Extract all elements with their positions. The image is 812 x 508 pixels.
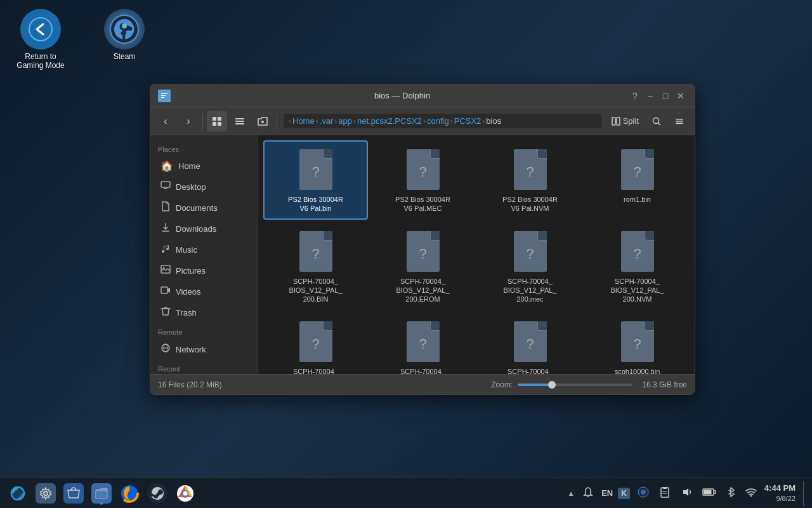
breadcrumb-var[interactable]: .var — [320, 116, 334, 126]
breadcrumb-net-pcsx2[interactable]: net.pcsx2.PCSX2 — [357, 116, 422, 126]
help-button[interactable]: ? — [629, 90, 641, 102]
file-item[interactable]: ? SCPH-70004_ BIOS_V12_PAL_ 200.NVM — [585, 222, 690, 311]
sidebar-item-network[interactable]: Network — [153, 339, 255, 359]
file-item[interactable]: ? rom1.bin — [585, 140, 690, 220]
sidebar-item-desktop[interactable]: Desktop — [153, 177, 255, 197]
sidebar-item-home[interactable]: 🏠 Home — [153, 156, 255, 176]
return-to-gaming-mode-icon[interactable]: Return to Gaming Mode — [15, 9, 66, 70]
steam-desktop-icon[interactable]: Steam — [99, 9, 150, 61]
file-icon: ? — [510, 319, 551, 364]
svg-rect-22 — [164, 188, 167, 189]
file-item[interactable]: ? SCPH-70004_ BIOS_V12_PAL_ 200.BIN — [263, 222, 368, 311]
breadcrumb-home[interactable]: Home — [292, 116, 315, 126]
taskbar-firefox-icon[interactable] — [117, 481, 142, 506]
svg-rect-9 — [218, 122, 221, 126]
system-clock[interactable]: 4:44 PM 9/8/22 — [764, 483, 796, 503]
toolbar: ‹ › — [150, 107, 695, 135]
clipboard-icon[interactable] — [657, 484, 673, 503]
svg-rect-48 — [663, 487, 667, 489]
file-item[interactable]: ? SCPH-70004_ BIOS_V12_PAL_ — [263, 312, 368, 374]
back-button[interactable]: ‹ — [155, 111, 176, 131]
window-controls: ? − □ ✕ — [629, 90, 687, 102]
steam-tray-icon[interactable] — [635, 484, 652, 503]
split-button[interactable]: Split — [606, 114, 644, 128]
battery-icon[interactable] — [700, 485, 719, 502]
home-icon: 🏠 — [160, 160, 173, 172]
view-icons-button[interactable] — [207, 111, 227, 131]
file-icon: ? — [510, 229, 551, 274]
taskbar-store-icon[interactable] — [61, 481, 86, 506]
title-bar: bios — Dolphin ? − □ ✕ — [150, 84, 695, 107]
file-name: PS2 Bios 30004R V6 Pal.NVM — [499, 195, 562, 213]
notifications-icon[interactable] — [580, 484, 596, 503]
toolbar-separator-1 — [202, 114, 203, 129]
search-button[interactable] — [646, 111, 667, 131]
language-indicator[interactable]: EN — [601, 488, 613, 498]
file-item[interactable]: ? PS2 Bios 30004R V6 Pal.bin — [263, 140, 368, 220]
file-item[interactable]: ? SCPH-70004_ BIOS_V12_PAL_ — [478, 312, 582, 374]
file-item[interactable]: ? SCPH-70004_ BIOS_V12_PAL_ 200.mec — [478, 222, 582, 311]
file-item[interactable]: ? SCPH-70004_ BIOS_V12_PAL_ 200.EROM — [370, 222, 475, 311]
file-name: PS2 Bios 30004R V6 Pal.MEC — [391, 195, 455, 213]
zoom-slider-thumb[interactable] — [548, 381, 556, 389]
taskbar-chrome-icon[interactable] — [173, 481, 198, 506]
file-item[interactable]: ? PS2 Bios 30004R V6 Pal.MEC — [370, 140, 475, 220]
taskbar: ▲ EN K — [0, 478, 812, 508]
sidebar-item-music[interactable]: Music — [153, 239, 255, 260]
expand-tray-button[interactable]: ▲ — [567, 489, 575, 498]
svg-rect-37 — [96, 491, 107, 498]
taskbar-settings-icon[interactable] — [33, 481, 58, 506]
documents-icon — [160, 201, 171, 214]
file-item[interactable]: ? SCPH-70004_ BIOS_V12_PAL_ — [370, 312, 475, 374]
file-icon: ? — [510, 147, 551, 192]
close-button[interactable]: ✕ — [674, 90, 687, 102]
zoom-slider[interactable] — [518, 384, 632, 386]
toolbar-separator-2 — [277, 114, 277, 129]
breadcrumb-pcsx2[interactable]: PCSX2 — [454, 116, 481, 126]
window-title: bios — Dolphin — [176, 91, 629, 100]
desktop-icon — [160, 180, 171, 193]
file-name: SCPH-70004_ BIOS_V12_PAL_ 200.mec — [499, 277, 562, 304]
svg-point-36 — [44, 491, 48, 495]
svg-rect-52 — [704, 490, 711, 494]
sidebar-item-downloads[interactable]: Downloads — [153, 218, 255, 239]
file-area: ? PS2 Bios 30004R V6 Pal.bin ? PS2 Bios … — [258, 135, 695, 374]
file-name: scph10000.bin — [615, 367, 660, 374]
file-item[interactable]: ? scph10000.bin — [585, 312, 690, 374]
taskbar-steam-icon[interactable] — [145, 481, 170, 506]
toolbar-right: Split — [606, 111, 690, 131]
sidebar-item-pictures[interactable]: Pictures — [153, 260, 255, 281]
pictures-icon — [160, 264, 171, 277]
breadcrumb-config[interactable]: config — [427, 116, 449, 126]
taskbar-files-icon[interactable] — [89, 481, 114, 506]
sidebar-item-videos[interactable]: Videos — [153, 281, 255, 302]
breadcrumb-app[interactable]: app — [338, 116, 352, 126]
show-desktop-button[interactable] — [803, 481, 807, 506]
return-gaming-label: Return to Gaming Mode — [16, 52, 64, 70]
bluetooth-icon[interactable] — [724, 484, 738, 503]
svg-point-13 — [261, 121, 264, 123]
forward-button[interactable]: › — [178, 111, 199, 131]
wifi-icon[interactable] — [743, 485, 759, 502]
sidebar: Places 🏠 Home Desktop — [150, 135, 258, 374]
svg-rect-8 — [213, 122, 216, 126]
maximize-button[interactable]: □ — [659, 90, 672, 102]
view-list-button[interactable] — [230, 111, 250, 131]
steam-label: Steam — [114, 52, 136, 61]
file-icon: ? — [296, 319, 336, 364]
svg-point-46 — [641, 490, 646, 495]
dolphin-app-icon — [158, 90, 171, 102]
svg-rect-47 — [661, 488, 669, 497]
sidebar-item-trash[interactable]: Trash — [153, 302, 255, 323]
minimize-button[interactable]: − — [644, 90, 657, 102]
sidebar-item-documents[interactable]: Documents — [153, 197, 255, 218]
file-name: SCPH-70004_ BIOS_V12_PAL_ — [284, 367, 348, 374]
menu-button[interactable] — [669, 111, 690, 131]
volume-icon[interactable] — [678, 484, 695, 503]
file-item[interactable]: ? PS2 Bios 30004R V6 Pal.NVM — [478, 140, 582, 220]
taskbar-plasma-icon[interactable] — [5, 481, 30, 506]
svg-rect-26 — [161, 287, 167, 293]
keyboard-icon[interactable]: K — [618, 488, 630, 499]
music-icon — [160, 243, 171, 256]
folder-settings-button[interactable] — [252, 111, 273, 131]
